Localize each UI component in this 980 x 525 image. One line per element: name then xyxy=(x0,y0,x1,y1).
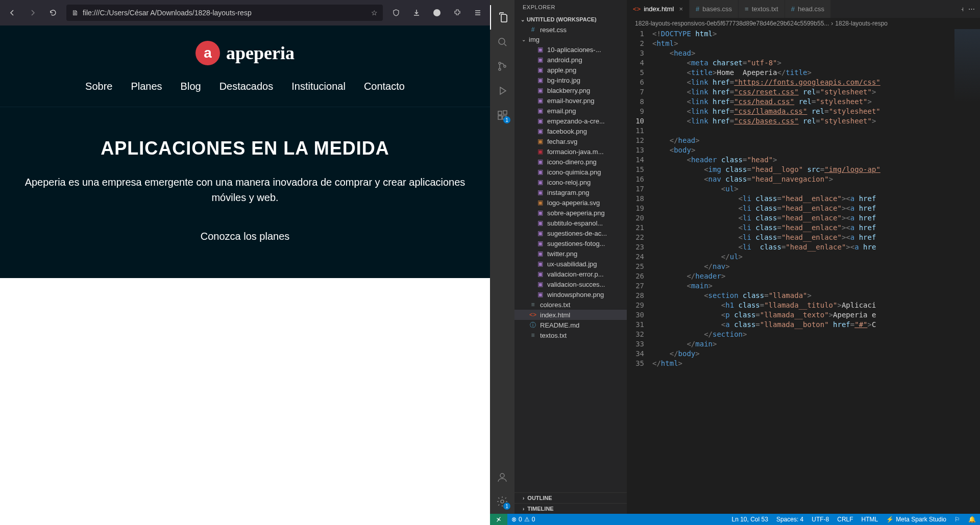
file-item[interactable]: ▣bg-intro.jpg xyxy=(514,75,627,85)
hero: APLICACIONES EN LA MEDIDA Apeperia es un… xyxy=(0,107,490,278)
file-item[interactable]: ▣twitter.png xyxy=(514,248,627,259)
file-item[interactable]: ▣facebook.png xyxy=(514,126,627,136)
hero-cta[interactable]: Conozca los planes xyxy=(201,231,290,242)
file-item[interactable]: ▣sugestiones-de-ac... xyxy=(514,228,627,238)
remote-icon[interactable] xyxy=(490,514,507,525)
file-item[interactable]: ▣validacion-succes... xyxy=(514,279,627,289)
nav-link[interactable]: Blog xyxy=(181,81,201,92)
settings-activity-icon[interactable]: 1 xyxy=(490,489,514,514)
star-icon[interactable]: ☆ xyxy=(371,9,378,17)
minimap[interactable] xyxy=(954,29,980,121)
svg-point-0 xyxy=(433,9,440,16)
bell-icon[interactable]: 🔔 xyxy=(964,514,980,525)
breadcrumb[interactable]: 1828-layouts-responsivos-0eb5f677738d89e… xyxy=(627,18,980,29)
debug-icon[interactable] xyxy=(490,79,514,103)
problems[interactable]: ⊗0⚠0 xyxy=(507,514,539,525)
shield-icon[interactable] xyxy=(389,6,403,20)
svg-rect-6 xyxy=(498,116,502,119)
reload-button[interactable] xyxy=(46,6,60,20)
file-item[interactable]: ▣fechar.svg xyxy=(514,136,627,146)
url-text: file:///C:/Users/César A/Downloads/1828-… xyxy=(83,9,367,17)
file-item[interactable]: ▣sobre-apeperia.png xyxy=(514,208,627,218)
file-item[interactable]: ▣windowsphone.png xyxy=(514,289,627,299)
file-item[interactable]: ≡textos.txt xyxy=(514,330,627,340)
close-icon[interactable]: × xyxy=(679,5,683,13)
tab[interactable]: #bases.css xyxy=(690,0,739,18)
url-bar[interactable]: 🗎 file:///C:/Users/César A/Downloads/182… xyxy=(66,5,383,21)
eol[interactable]: CRLF xyxy=(833,514,857,525)
file-item[interactable]: ▣formacion-java.m... xyxy=(514,146,627,157)
file-item[interactable]: ▣blackberry.png xyxy=(514,85,627,95)
file-item[interactable]: ⓘREADME.md xyxy=(514,320,627,330)
tab-actions: ⫞ ⋯ xyxy=(955,0,980,18)
file-item[interactable]: ▣subtitulo-espanol... xyxy=(514,218,627,228)
outline-section[interactable]: ›OUTLINE xyxy=(514,492,627,503)
logo-mark: a xyxy=(195,41,220,65)
file-item[interactable]: ▣email.png xyxy=(514,106,627,116)
svg-point-4 xyxy=(504,65,506,67)
nav-link[interactable]: Contacto xyxy=(364,81,405,92)
nav-link[interactable]: Sobre xyxy=(85,81,112,92)
file-item[interactable]: ▣sugestiones-fotog... xyxy=(514,238,627,248)
logo-text: apeperia xyxy=(226,42,295,64)
editor-area: <>index.html×#bases.css≡textos.txt#head.… xyxy=(627,0,980,514)
tab[interactable]: #head.css xyxy=(785,0,831,18)
file-item[interactable]: <>index.html xyxy=(514,310,627,320)
extensions-icon[interactable] xyxy=(450,6,464,20)
folder-item[interactable]: ⌄img xyxy=(514,35,627,44)
file-item[interactable]: ▣icono-reloj.png xyxy=(514,177,627,187)
indent[interactable]: Spaces: 4 xyxy=(772,514,807,525)
back-button[interactable] xyxy=(5,6,19,20)
settings-badge: 1 xyxy=(503,503,510,510)
svg-point-9 xyxy=(500,473,504,478)
scm-icon[interactable] xyxy=(490,54,514,79)
file-item[interactable]: ▣email-hover.png xyxy=(514,95,627,106)
site-header: a apeperia Sobre Planes Blog Destacados … xyxy=(0,26,490,107)
more-icon[interactable]: ⋯ xyxy=(968,5,975,13)
vscode-window: 1 1 EXPLORER ⌄UNTITLED (WORKSPACE) #rese… xyxy=(490,0,980,525)
site-nav: Sobre Planes Blog Destacados Institucion… xyxy=(0,81,490,92)
sidebar: EXPLORER ⌄UNTITLED (WORKSPACE) #reset.cs… xyxy=(514,0,627,514)
nav-link[interactable]: Institucional xyxy=(291,81,346,92)
nav-link[interactable]: Destacados xyxy=(219,81,274,92)
file-item[interactable]: ▣apple.png xyxy=(514,65,627,75)
file-item[interactable]: ▣10-aplicaciones-... xyxy=(514,44,627,55)
encoding[interactable]: UTF-8 xyxy=(807,514,833,525)
file-item[interactable]: ▣icono-dinero.png xyxy=(514,157,627,167)
tab[interactable]: ≡textos.txt xyxy=(739,0,785,18)
activity-bar: 1 1 xyxy=(490,0,514,514)
file-item[interactable]: ▣logo-apeperia.svg xyxy=(514,197,627,208)
file-item[interactable]: #reset.css xyxy=(514,24,627,35)
menu-icon[interactable] xyxy=(471,6,485,20)
split-icon[interactable]: ⫞ xyxy=(961,5,964,13)
file-item[interactable]: ▣validacion-error.p... xyxy=(514,269,627,279)
tabs: <>index.html×#bases.css≡textos.txt#head.… xyxy=(627,0,980,18)
file-item[interactable]: ▣ux-usabilidad.jpg xyxy=(514,259,627,269)
search-icon[interactable] xyxy=(490,30,514,54)
explorer-icon[interactable] xyxy=(490,5,514,30)
account-activity-icon[interactable] xyxy=(490,465,514,489)
tab[interactable]: <>index.html× xyxy=(627,0,690,18)
cursor-pos[interactable]: Ln 10, Col 53 xyxy=(728,514,772,525)
file-item[interactable]: ▣instagram.png xyxy=(514,187,627,197)
workspace-header[interactable]: ⌄UNTITLED (WORKSPACE) xyxy=(514,14,627,24)
file-item[interactable]: ▣icono-quimica.png xyxy=(514,167,627,177)
nav-link[interactable]: Planes xyxy=(131,81,162,92)
browser-toolbar: 🗎 file:///C:/Users/César A/Downloads/182… xyxy=(0,0,490,26)
forward-button[interactable] xyxy=(26,6,40,20)
browser-window: 🗎 file:///C:/Users/César A/Downloads/182… xyxy=(0,0,490,525)
file-item[interactable]: ▣empezando-a-cre... xyxy=(514,116,627,126)
code-area[interactable]: 1234567891011121314151617181920212223242… xyxy=(627,29,980,514)
browser-content: a apeperia Sobre Planes Blog Destacados … xyxy=(0,26,490,525)
file-item[interactable]: ≡colores.txt xyxy=(514,299,627,310)
timeline-section[interactable]: ›TIMELINE xyxy=(514,503,627,514)
lang[interactable]: HTML xyxy=(857,514,883,525)
svg-rect-5 xyxy=(498,111,502,115)
file-item[interactable]: ▣android.png xyxy=(514,55,627,65)
feedback-icon[interactable]: ⚐ xyxy=(950,514,964,525)
download-icon[interactable] xyxy=(409,6,424,20)
hero-text: Apeperia es una empresa emergente con un… xyxy=(10,174,480,205)
account-icon[interactable] xyxy=(430,6,444,20)
meta-ext[interactable]: ⚡Meta Spark Studio xyxy=(882,514,950,525)
extensions-activity-icon[interactable]: 1 xyxy=(490,103,514,128)
